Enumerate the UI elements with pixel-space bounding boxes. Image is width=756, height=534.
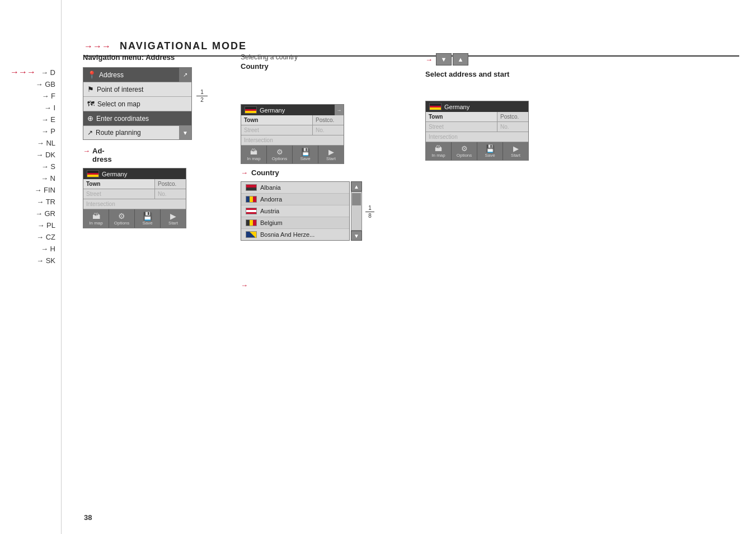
country-belgium[interactable]: Belgium: [241, 217, 349, 229]
col1-form-header: Germany: [83, 168, 186, 179]
col3-btn-options[interactable]: ⚙ Options: [452, 142, 477, 160]
country-austria[interactable]: Austria: [241, 205, 349, 217]
col2-bottom-arrow: →: [241, 280, 414, 290]
col3-inmap-label: In map: [431, 153, 445, 158]
nav-menu-wrapper: 📍 Address ↗ ⚑ Point of interest 🗺 Select…: [83, 67, 192, 140]
col2-street-field[interactable]: Street: [241, 125, 313, 135]
col1-street-field[interactable]: Street: [83, 189, 155, 199]
sidebar-item-i[interactable]: → I: [0, 102, 61, 113]
header-arrows: →→→: [84, 41, 111, 51]
map-icon: 🗺: [87, 100, 95, 108]
col3-town-field[interactable]: Town: [426, 112, 497, 121]
col2-header-arrow: →: [335, 105, 344, 115]
nav-menu-item-route[interactable]: ↗ Route planning ▼: [83, 126, 191, 139]
andorra-label: Andorra: [260, 196, 282, 203]
col2-town-field[interactable]: Town: [241, 115, 313, 125]
route-label: Route planning: [96, 129, 141, 137]
scroll-up-icon: ▲: [354, 184, 359, 190]
country-bosnia[interactable]: Bosnia And Herze...: [241, 229, 349, 240]
col3-btn-up-icon: ▲: [458, 56, 464, 63]
col2-intersection-field[interactable]: Intersection: [241, 135, 344, 146]
address-icon: 📍: [87, 71, 96, 79]
austria-flag: [246, 208, 257, 214]
col1-dress-label: dress: [92, 155, 112, 163]
sidebar-item-sk[interactable]: → SK: [0, 255, 61, 266]
sidebar-item-gr[interactable]: → GR: [0, 208, 61, 219]
col1-intersection-field[interactable]: Intersection: [83, 199, 186, 209]
col2-country-title: Country: [241, 62, 414, 71]
col1-address-combined: Ad- dress: [92, 147, 112, 163]
inmap-label: In map: [89, 221, 102, 226]
col3-btn-save[interactable]: 💾 Save: [477, 142, 503, 160]
sidebar-item-pl[interactable]: → PL: [0, 220, 61, 231]
col1-btn-inmap[interactable]: 🏔 In map: [83, 209, 109, 228]
nav-menu-item-coords[interactable]: ⊕ Enter coordinates: [83, 111, 191, 126]
col2-btn-start[interactable]: ▶ Start: [318, 146, 344, 163]
route-dropdown-icon: ▼: [182, 130, 188, 136]
col3-intersection-field[interactable]: Intersection: [426, 132, 528, 142]
options-icon: ⚙: [118, 212, 125, 221]
col3-no-field[interactable]: No.: [497, 122, 528, 132]
col3-btn-up[interactable]: ▲: [453, 53, 468, 65]
bosnia-flag: [246, 231, 257, 238]
col3-country-name: Germany: [444, 104, 469, 110]
albania-label: Albania: [260, 184, 281, 191]
country-list-fraction: 1 8: [365, 205, 374, 219]
sidebar-item-cz[interactable]: → CZ: [0, 232, 61, 242]
sidebar-item-fin[interactable]: → FIN: [0, 185, 61, 195]
col1-btn-options[interactable]: ⚙ Options: [109, 209, 135, 228]
start-icon: ▶: [170, 212, 176, 221]
col2-btn-inmap[interactable]: 🏔 In map: [241, 146, 267, 163]
sidebar-item-p[interactable]: → P: [0, 126, 61, 137]
col3-address-form: Germany Town Postco. Street No. Intersec…: [425, 101, 529, 161]
sidebar-item-n[interactable]: → N: [0, 173, 61, 184]
sidebar-item-dk[interactable]: → DK: [0, 149, 61, 160]
col1-no-field[interactable]: No.: [155, 189, 186, 199]
col3-postcode-field[interactable]: Postco.: [497, 112, 528, 121]
country-andorra[interactable]: Andorra: [241, 194, 349, 205]
col2-form-buttons: 🏔 In map ⚙ Options 💾 Save ▶ Start: [241, 146, 344, 163]
col1-address-indicator: → Ad- dress: [83, 147, 231, 163]
col3-flag-gold: [430, 107, 441, 110]
col3-btn-start[interactable]: ▶ Start: [503, 142, 528, 160]
country-list-scroll-thumb: [352, 193, 361, 205]
nav-menu-item-map[interactable]: 🗺 Select on map: [83, 97, 191, 111]
col1-btn-start[interactable]: ▶ Start: [161, 209, 186, 228]
col2-postcode-field[interactable]: Postco.: [313, 115, 344, 125]
address-arrow-icon: ↗: [183, 72, 187, 78]
col3-street-field[interactable]: Street: [426, 122, 497, 132]
sidebar-item-gb[interactable]: → GB: [0, 79, 61, 90]
col2-street-row: Street No.: [241, 125, 344, 135]
header-title: NAVIGATIONAL MODE: [120, 40, 247, 52]
map-label: Select on map: [97, 100, 140, 108]
col1-btn-save[interactable]: 💾 Save: [135, 209, 161, 228]
address-label: Address: [99, 71, 124, 79]
sidebar-item-tr[interactable]: → TR: [0, 196, 61, 207]
col2-btn-options[interactable]: ⚙ Options: [267, 146, 293, 163]
col1-title: Navigation menu: Address: [83, 53, 231, 62]
nav-menu-item-address[interactable]: 📍 Address ↗: [83, 68, 191, 82]
sidebar-item-h[interactable]: → H: [0, 243, 61, 254]
col2-btn-save[interactable]: 💾 Save: [293, 146, 318, 163]
page-number: 38: [84, 513, 92, 522]
col2-form-header: Germany →: [241, 105, 344, 115]
col1-town-field[interactable]: Town: [83, 179, 155, 189]
col2-country-indicator: → Country: [241, 168, 414, 177]
country-list-scroll-up[interactable]: ▲: [351, 181, 362, 191]
col2-no-field[interactable]: No.: [313, 125, 344, 135]
col1-street-row: Street No.: [83, 189, 186, 199]
country-list-scroll-down[interactable]: ▼: [351, 231, 362, 241]
col1-country-label: Germany: [102, 171, 127, 177]
country-albania[interactable]: Albania: [241, 182, 349, 194]
sidebar-item-s[interactable]: → S: [0, 161, 61, 172]
col1-form-buttons: 🏔 In map ⚙ Options 💾 Save ▶ Start: [83, 209, 186, 228]
nav-menu-item-poi[interactable]: ⚑ Point of interest: [83, 82, 191, 97]
sidebar-item-f[interactable]: → F: [0, 91, 61, 101]
col3-btn-inmap[interactable]: 🏔 In map: [426, 142, 452, 160]
sidebar-item-e[interactable]: → E: [0, 114, 61, 125]
sidebar-item-nl[interactable]: → NL: [0, 138, 61, 148]
col1-postcode-field[interactable]: Postco.: [155, 179, 186, 189]
col2-flag-de: [245, 106, 257, 114]
col3-btn-down[interactable]: ▼: [436, 53, 452, 65]
route-dropdown-btn[interactable]: ▼: [179, 126, 191, 139]
